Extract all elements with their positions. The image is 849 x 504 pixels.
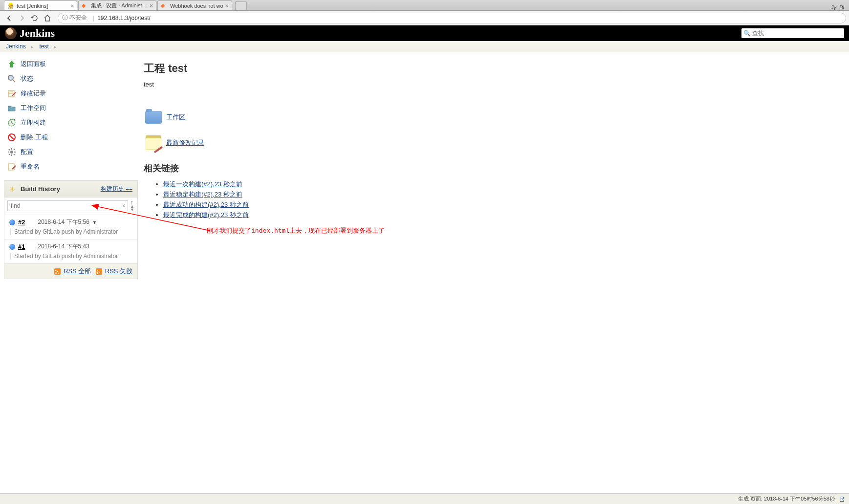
page-title: 工程 test	[144, 61, 847, 76]
gear-icon	[7, 147, 17, 157]
back-icon[interactable]	[5, 14, 14, 22]
jenkins-mascot-icon	[5, 27, 17, 39]
tab-title: Webhook does not wo	[170, 3, 223, 9]
tab-title: test [Jenkins]	[17, 3, 68, 9]
close-icon[interactable]: ×	[223, 2, 229, 9]
search-input[interactable]	[752, 30, 842, 37]
browser-toolbar: ⓘ 不安全 | 192.168.1.3/job/test/	[0, 11, 849, 25]
workspace-link[interactable]: 工作区	[166, 113, 185, 122]
url-bar[interactable]: ⓘ 不安全 | 192.168.1.3/job/test/	[58, 13, 846, 23]
svg-line-15	[14, 154, 15, 155]
folder-icon	[144, 108, 163, 127]
svg-point-9	[10, 151, 13, 153]
svg-line-16	[9, 154, 10, 155]
task-label[interactable]: 工作空间	[21, 104, 46, 112]
main-panel: 工程 test test 工作区 最新修改记录 相关链接 最近一次构建(#2),…	[142, 52, 849, 284]
new-tab-button[interactable]	[235, 1, 247, 10]
jenkins-logo[interactable]: Jenkins	[5, 27, 55, 40]
info-icon[interactable]: ⓘ	[62, 14, 68, 22]
build-status-ball-icon	[9, 244, 15, 250]
sidebar: 返回面板 状态 修改记录 工作空间 立即构建 删除 工程 配置 重命名	[0, 52, 142, 284]
workspace-link-row[interactable]: 工作区	[144, 108, 847, 127]
tab-title: 集成 · 设置 · Administrat	[91, 2, 148, 9]
search-box[interactable]: 🔍	[741, 28, 844, 38]
browser-tab-1[interactable]: 👷 test [Jenkins] ×	[4, 0, 77, 10]
url-text: 192.168.1.3/job/test/	[97, 15, 151, 22]
task-label[interactable]: 配置	[21, 148, 33, 156]
build-number-link[interactable]: #2	[18, 219, 25, 226]
list-item: 最近稳定构建(#2),23 秒之前	[163, 190, 847, 199]
gitlab-favicon-icon: ◆	[161, 2, 168, 9]
task-label[interactable]: 修改记录	[21, 89, 46, 98]
gitlab-favicon-icon: ◆	[82, 2, 88, 9]
task-label[interactable]: 重命名	[21, 162, 40, 171]
svg-line-14	[9, 149, 10, 150]
delete-icon	[7, 132, 17, 142]
up-arrow-icon	[7, 59, 17, 69]
changes-link-row[interactable]: 最新修改记录	[144, 133, 847, 153]
browser-tab-3[interactable]: ◆ Webhook does not wo ×	[157, 0, 232, 10]
forward-icon[interactable]	[18, 14, 26, 22]
annotation-arrow-icon	[88, 182, 215, 236]
project-description: test	[144, 81, 847, 88]
close-icon[interactable]: ×	[68, 2, 74, 9]
sidebar-item-delete-project[interactable]: 删除 工程	[4, 131, 138, 144]
breadcrumb-sep-icon: ▸	[54, 44, 57, 49]
breadcrumb-item[interactable]: test	[39, 43, 48, 50]
insecure-label: 不安全	[69, 14, 87, 22]
rss-all-link[interactable]: RSS 全部	[64, 267, 91, 275]
sidebar-item-status[interactable]: 状态	[4, 72, 138, 86]
svg-line-20	[92, 205, 210, 231]
breadcrumb: Jenkins ▸ test ▸	[0, 41, 849, 52]
related-links-list: 最近一次构建(#2),23 秒之前 最近稳定构建(#2),23 秒之前 最近成功…	[144, 180, 847, 219]
svg-rect-18	[8, 164, 14, 170]
annotation-text: 刚才我们提交了index.html上去，现在已经部署到服务器上了	[207, 226, 385, 235]
sidebar-item-build-now[interactable]: 立即构建	[4, 116, 138, 130]
browser-tab-2[interactable]: ◆ 集成 · 设置 · Administrat ×	[78, 0, 156, 10]
sidebar-item-changes[interactable]: 修改记录	[4, 87, 138, 100]
clock-icon	[7, 118, 17, 128]
jenkins-favicon-icon: 👷	[7, 2, 14, 9]
sidebar-item-workspace[interactable]: 工作空间	[4, 101, 138, 115]
list-item: 最近成功的构建(#2),23 秒之前	[163, 200, 847, 209]
rss-fail-link[interactable]: RSS 失败	[105, 267, 132, 275]
browser-tab-strip: 👷 test [Jenkins] × ◆ 集成 · 设置 · Administr…	[0, 0, 849, 11]
folder-icon	[7, 103, 17, 113]
svg-line-17	[14, 149, 15, 150]
build-date: 2018-6-14 下午5:56	[38, 218, 89, 226]
sidebar-item-back-to-dashboard[interactable]: 返回面板	[4, 57, 138, 71]
build-history-footer: RSS 全部 RSS 失败	[4, 263, 137, 279]
build-status-ball-icon	[9, 219, 15, 225]
notepad-icon	[7, 88, 17, 98]
rename-icon	[7, 162, 17, 172]
sidebar-item-configure[interactable]: 配置	[4, 145, 138, 159]
rss-icon	[54, 268, 61, 275]
related-links-heading: 相关链接	[144, 162, 847, 174]
jenkins-header: Jenkins 🔍	[0, 25, 849, 41]
list-item: 最近完成的构建(#2),23 秒之前	[163, 211, 847, 219]
task-label[interactable]: 立即构建	[21, 118, 46, 127]
task-label[interactable]: 状态	[21, 74, 33, 83]
build-date: 2018-6-14 下午5:43	[38, 242, 89, 251]
changes-link[interactable]: 最新修改记录	[166, 138, 204, 147]
task-label[interactable]: 返回面板	[21, 60, 46, 68]
browser-user-badge: Jy_Bi	[826, 4, 849, 10]
sidebar-item-rename[interactable]: 重命名	[4, 160, 138, 174]
svg-line-1	[13, 80, 15, 82]
task-label[interactable]: 删除 工程	[21, 133, 48, 142]
logo-text: Jenkins	[20, 27, 55, 40]
url-divider: |	[93, 15, 94, 22]
sun-icon: ☀	[9, 185, 16, 193]
breadcrumb-item[interactable]: Jenkins	[6, 43, 26, 50]
build-cause: Started by GitLab push by Administrator	[10, 253, 132, 260]
svg-point-0	[8, 75, 13, 80]
notepad-icon	[144, 133, 163, 153]
build-row[interactable]: #1 2018-6-14 下午5:43 Started by GitLab pu…	[4, 239, 137, 263]
home-icon[interactable]	[43, 14, 52, 22]
close-icon[interactable]: ×	[148, 2, 153, 9]
list-item: 最近一次构建(#2),23 秒之前	[163, 180, 847, 189]
svg-line-8	[9, 135, 14, 140]
reload-icon[interactable]	[30, 14, 39, 22]
build-number-link[interactable]: #1	[18, 243, 25, 250]
magnifier-icon	[7, 74, 17, 84]
